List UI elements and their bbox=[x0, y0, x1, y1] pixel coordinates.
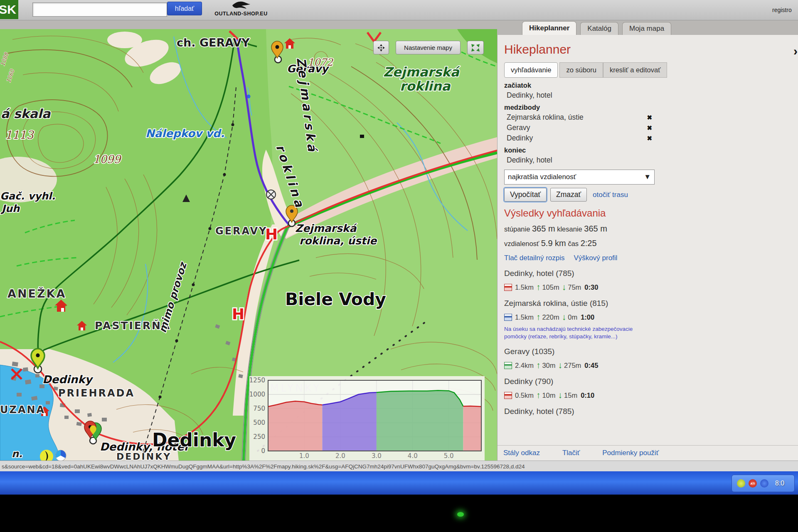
fullscreen-button[interactable] bbox=[467, 41, 484, 54]
map-label: Zejmarská bbox=[295, 222, 357, 234]
route-mode-select[interactable]: najkratšia vzdialenosť ▼ bbox=[504, 170, 655, 185]
elevation-profile-link[interactable]: Výškový profil bbox=[574, 254, 618, 262]
tab-katalóg[interactable]: Katalóg bbox=[580, 22, 618, 35]
collapse-panel-icon[interactable]: › bbox=[793, 44, 798, 58]
descent-arrow-icon: ↓ bbox=[558, 360, 563, 370]
distance-time-line: vzdialenosť 5.9 km čas 2:25 bbox=[504, 239, 652, 248]
map-label: Gač. vyhl. bbox=[0, 190, 55, 202]
x-tick-label: 1.0 bbox=[299, 452, 309, 460]
search-input[interactable] bbox=[32, 2, 167, 17]
via-point-row: Geravy✖ bbox=[507, 123, 652, 132]
y-tick-label: 750 bbox=[253, 405, 265, 412]
search-button[interactable]: hľadať bbox=[167, 2, 202, 15]
map-label: 1099 bbox=[93, 153, 122, 165]
windows-taskbar[interactable]: ATI 8:0 bbox=[0, 471, 798, 495]
time-value: 2:25 bbox=[581, 239, 597, 248]
map-label: á skala bbox=[1, 106, 51, 121]
remove-via-point-icon[interactable]: ✖ bbox=[647, 114, 652, 121]
map-label: Dedinky bbox=[42, 373, 94, 386]
reverse-route-link[interactable]: otočiť trasu bbox=[593, 191, 628, 199]
y-tick-label: 0 bbox=[261, 447, 265, 455]
map-label: Nálepkov vd. bbox=[145, 127, 224, 140]
via-point-row: Zejmarská roklina, ústie✖ bbox=[507, 113, 652, 122]
climb-descent-line: stúpanie 365 m klesanie 365 m bbox=[504, 224, 652, 234]
via-point-name[interactable]: Zejmarská roklina, ústie bbox=[507, 113, 584, 122]
profile-area-segment bbox=[268, 401, 322, 451]
network-icon[interactable] bbox=[760, 479, 768, 488]
segment-warning-note: Na úseku sa nachádzajú technické zabezpe… bbox=[504, 325, 650, 340]
x-tick-label: 5.0 bbox=[444, 452, 454, 460]
delete-button[interactable]: Zmazať bbox=[550, 188, 587, 202]
register-link[interactable]: registro bbox=[772, 7, 798, 13]
segment-point[interactable]: Zejmarská roklina, ústie (815) bbox=[504, 299, 652, 308]
map-label: roklina, ústie bbox=[299, 235, 377, 247]
system-tray[interactable]: ATI 8:0 bbox=[732, 475, 795, 492]
map-label: roklina bbox=[400, 79, 451, 94]
outland-shop-logo[interactable]: OUTLAND-SHOP.EU bbox=[214, 0, 268, 17]
calculate-button[interactable]: Vypočítať bbox=[504, 188, 547, 202]
viewpoint-icon bbox=[266, 190, 276, 199]
route-segments: Dedinky, hotel (785)1.5km↑105m↓75m0:30Ze… bbox=[504, 269, 652, 416]
ascent-arrow-icon: ↑ bbox=[536, 360, 541, 370]
locate-button[interactable] bbox=[373, 41, 389, 54]
start-label: začiatok bbox=[504, 81, 652, 89]
tab-hikeplanner[interactable]: Hikeplanner bbox=[522, 21, 576, 35]
tab-moja-mapa[interactable]: Moja mapa bbox=[622, 22, 671, 35]
ascent-arrow-icon: ↑ bbox=[536, 282, 541, 292]
hide-icon bbox=[360, 135, 364, 138]
subtab-vyhľadávanie[interactable]: vyhľadávanie bbox=[504, 62, 558, 78]
hikeplanner-panel: Hikeplanner › vyhľadávaniezo súborukresl… bbox=[497, 35, 798, 461]
remove-via-point-icon[interactable]: ✖ bbox=[647, 124, 652, 132]
map-container[interactable]: H H bbox=[0, 29, 497, 461]
ascent-arrow-icon: ↑ bbox=[536, 312, 541, 322]
map-label: n. bbox=[12, 448, 22, 460]
browser-toolbar: SK hľadať OUTLAND-SHOP.EU registro bbox=[0, 0, 798, 20]
profile-area-segment bbox=[463, 406, 481, 451]
kde-icon[interactable] bbox=[737, 479, 745, 488]
monitor-power-led bbox=[457, 512, 464, 517]
remove-via-point-icon[interactable]: ✖ bbox=[647, 135, 652, 142]
subtab-zo-súboru[interactable]: zo súboru bbox=[559, 62, 603, 78]
map-label: GERAVY bbox=[215, 225, 267, 237]
planner-subtabs: vyhľadávaniezo súborukresliť a editovať bbox=[504, 62, 798, 78]
map-settings-button[interactable]: Nastavenie mapy bbox=[396, 41, 461, 54]
segment-point[interactable]: Dedinky (790) bbox=[504, 377, 652, 386]
taskbar-clock: 8:0 bbox=[775, 480, 789, 487]
y-tick-label: 1000 bbox=[249, 391, 265, 398]
map-label: Juh bbox=[0, 203, 20, 214]
footer-link-stály-odkaz[interactable]: Stály odkaz bbox=[503, 449, 540, 457]
map-label: Dedinky bbox=[152, 429, 236, 451]
via-label: medzibody bbox=[504, 103, 652, 111]
map-label: ch. GERAVY bbox=[177, 36, 250, 49]
trail-blaze-icon bbox=[504, 362, 512, 369]
subtab-kresliť-a-editovať[interactable]: kresliť a editovať bbox=[603, 62, 667, 78]
ati-icon[interactable]: ATI bbox=[749, 479, 757, 488]
ascent-arrow-icon: ↑ bbox=[536, 390, 541, 400]
via-point-name[interactable]: Geravy bbox=[507, 123, 530, 132]
segment-point[interactable]: Geravy (1035) bbox=[504, 347, 652, 356]
end-value[interactable]: Dedinky, hotel bbox=[507, 156, 652, 165]
pan-icon bbox=[377, 44, 385, 52]
print-detail-link[interactable]: Tlač detailný rozpis bbox=[504, 254, 565, 262]
chevron-down-icon: ▼ bbox=[644, 173, 651, 181]
footer-link-tlačiť[interactable]: Tlačiť bbox=[562, 449, 580, 457]
chalet-h-icon: H bbox=[232, 305, 244, 323]
results-title: Výsledky vyhľadávania bbox=[504, 207, 652, 219]
start-value[interactable]: Dedinky, hotel bbox=[507, 91, 652, 100]
segment-point[interactable]: Dedinky, hotel (785) bbox=[504, 407, 652, 416]
end-label: koniec bbox=[504, 146, 652, 154]
x-tick-label: 4.0 bbox=[408, 452, 418, 460]
via-point-name[interactable]: Dedinky bbox=[507, 134, 533, 143]
footer-link-podmienky-použiť[interactable]: Podmienky použiť bbox=[602, 449, 659, 457]
via-list: Zejmarská roklina, ústie✖Geravy✖Dedinky✖ bbox=[504, 113, 652, 143]
map-label: Zejmarská bbox=[383, 64, 461, 79]
map-label: DEDINKY bbox=[116, 451, 171, 461]
panel-footer: Stály odkazTlačiťPodmienky použiť bbox=[498, 445, 798, 461]
route-mode-value: najkratšia vzdialenosť bbox=[508, 173, 576, 181]
site-tabs: HikeplannerKatalógMoja mapa bbox=[522, 22, 671, 35]
x-tick-label: 2.0 bbox=[335, 452, 345, 460]
via-point-row: Dedinky✖ bbox=[507, 134, 652, 143]
x-tick-label: 3.0 bbox=[372, 452, 382, 460]
segment-point[interactable]: Dedinky, hotel (785) bbox=[504, 269, 652, 278]
y-tick-label: 500 bbox=[253, 419, 265, 426]
